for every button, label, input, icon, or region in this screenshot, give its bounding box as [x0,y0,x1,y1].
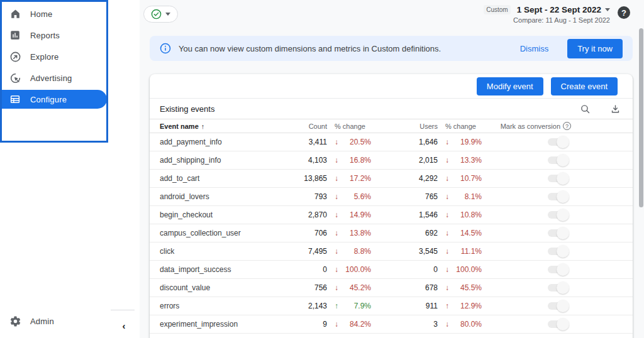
event-name: click [160,247,289,256]
compare-range-label: Compare: 11 Aug - 1 Sept 2022 [484,16,610,24]
mark-as-conversion-toggle[interactable] [548,227,569,239]
mark-as-conversion-toggle[interactable] [548,281,569,294]
data-status-dropdown[interactable] [143,6,178,23]
sidebar-item-admin[interactable]: Admin [0,310,108,332]
table-body: add_payment_info 3,411 ↓ 20.5% 1,646 ↓ 1… [150,133,633,334]
mark-as-conversion-cell [484,172,623,185]
help-circle-icon[interactable]: ? [563,122,571,130]
event-count: 4,103 [289,156,327,165]
event-count-change: ↓ 84.2% [327,320,374,329]
table-row[interactable]: campus_collection_user 706 ↓ 13.8% 692 ↓… [150,224,633,243]
sidebar-item-reports[interactable]: Reports [0,25,140,46]
event-count-change: ↓ 8.8% [327,247,374,256]
sidebar-item-label: Configure [30,95,67,104]
column-users-change[interactable]: % change [438,123,484,130]
download-icon[interactable] [608,101,623,116]
trend-arrow-icon: ↓ [335,265,343,274]
mark-as-conversion-toggle[interactable] [548,263,569,276]
sidebar-item-advertising[interactable]: Advertising [0,67,140,89]
event-name: campus_collection_user [160,229,289,237]
event-count: 13,865 [289,174,327,183]
event-count: 706 [289,229,327,237]
mark-as-conversion-cell [484,281,623,294]
event-count-change: ↓ 13.8% [327,229,374,237]
mark-as-conversion-toggle[interactable] [548,154,569,166]
try-it-now-button[interactable]: Try it now [567,39,623,58]
mark-as-conversion-toggle[interactable] [548,190,569,203]
mark-as-conversion-toggle[interactable] [548,136,569,148]
sidebar: Home Reports Explore [0,0,140,338]
mark-as-conversion-cell [484,227,623,239]
event-count: 793 [289,192,327,201]
chevron-down-icon [605,8,610,11]
table-row[interactable]: data_import_success 0 ↓ 100.0% 0 ↓ 100.0… [150,261,633,279]
custom-range-chip: Custom [484,5,510,14]
vertical-scrollbar[interactable] [639,28,643,207]
mark-as-conversion-toggle[interactable] [548,245,569,258]
mark-as-conversion-toggle[interactable] [548,172,569,185]
configure-icon [9,93,21,106]
event-count-change: ↓ 17.2% [327,174,374,183]
create-event-button[interactable]: Create event [551,77,618,95]
mark-as-conversion-cell [484,245,623,258]
table-row[interactable]: begin_checkout 2,870 ↓ 14.9% 1,546 ↓ 10.… [150,206,633,224]
mark-as-conversion-cell [484,136,623,148]
info-icon [160,43,171,54]
event-name: add_payment_info [160,138,289,146]
collapse-sidebar-button[interactable]: ‹ [116,318,131,333]
mark-as-conversion-toggle[interactable] [548,318,569,330]
help-button[interactable]: ? [618,6,630,19]
table-row[interactable]: errors 2,143 ↑ 7.9% 911 ↑ 12.9% [150,297,633,315]
existing-events-bar: Existing events [150,99,633,119]
table-row[interactable]: experiment_impression 9 ↓ 84.2% 3 ↓ 80.0… [150,315,633,334]
event-name: errors [160,302,289,310]
event-users-change: ↓ 45.5% [438,283,484,292]
event-count: 9 [289,320,327,329]
event-count: 2,143 [289,302,327,310]
table-row[interactable]: android_lovers 793 ↓ 5.6% 765 ↓ 8.1% [150,188,633,206]
mark-as-conversion-cell [484,263,623,276]
existing-events-title: Existing events [160,104,562,114]
date-range-picker[interactable]: Custom 1 Sept - 22 Sept 2022 [484,5,610,14]
dismiss-button[interactable]: Dismiss [520,44,549,53]
event-count: 756 [289,283,327,292]
sidebar-item-configure[interactable]: Configure [0,90,107,109]
event-name: discount_value [160,283,289,292]
event-users-change: ↓ 19.9% [438,138,484,146]
mark-as-conversion-toggle[interactable] [548,300,569,312]
sidebar-nav: Home Reports Explore [0,0,140,109]
trend-arrow-icon: ↑ [445,302,454,310]
event-name: experiment_impression [160,320,289,329]
event-users-change: ↓ 11.1% [438,247,484,256]
event-users-change: ↓ 80.0% [438,320,484,329]
column-event-name[interactable]: Event name ↑ [160,123,289,130]
sidebar-item-label: Admin [30,317,54,326]
advertising-icon [9,72,21,84]
trend-arrow-icon: ↓ [445,265,454,274]
event-count: 2,870 [289,210,327,219]
table-row[interactable]: click 7,495 ↓ 8.8% 3,545 ↓ 11.1% [150,243,633,261]
table-row[interactable]: discount_value 756 ↓ 45.2% 678 ↓ 45.5% [150,279,633,297]
mark-as-conversion-cell [484,190,623,203]
event-users-change: ↓ 100.0% [438,265,484,274]
event-users-change: ↑ 12.9% [438,302,484,310]
mark-as-conversion-toggle[interactable] [548,209,569,221]
column-count-change[interactable]: % change [327,123,374,130]
sidebar-item-home[interactable]: Home [0,3,140,25]
table-row[interactable]: add_shipping_info 4,103 ↓ 16.8% 2,015 ↓ … [150,151,633,170]
home-icon [9,8,21,20]
column-count[interactable]: Count [289,123,327,130]
event-users: 3 [374,320,438,329]
sidebar-item-label: Advertising [30,74,72,83]
mark-as-conversion-cell [484,318,623,330]
sidebar-item-explore[interactable]: Explore [0,46,140,67]
event-name: add_shipping_info [160,156,289,165]
event-users-change: ↓ 10.8% [438,210,484,219]
table-row[interactable]: add_to_cart 13,865 ↓ 17.2% 4,292 ↓ 10.7% [150,170,633,188]
search-icon[interactable] [577,101,592,116]
events-card: Modify event Create event Existing event… [150,74,633,338]
trend-arrow-icon: ↓ [445,320,454,329]
column-users[interactable]: Users [374,123,438,130]
modify-event-button[interactable]: Modify event [477,77,543,95]
table-row[interactable]: add_payment_info 3,411 ↓ 20.5% 1,646 ↓ 1… [150,133,633,151]
